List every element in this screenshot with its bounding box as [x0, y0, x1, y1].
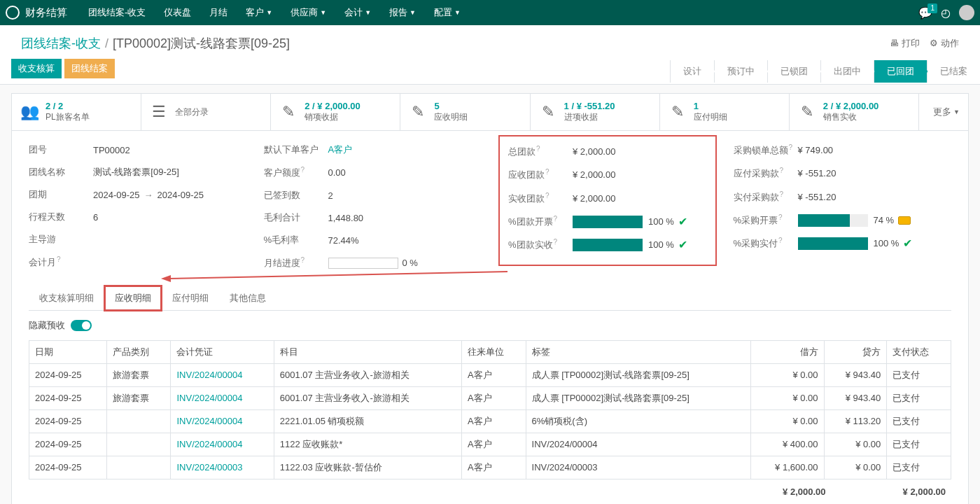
col3-row-3: %团款开票?100 %✔ — [508, 215, 707, 228]
tab-2[interactable]: 应付明细 — [162, 286, 219, 310]
stat-2[interactable]: ✎2 / ¥ 2,000.00销项收据 — [271, 94, 400, 130]
col-header-3[interactable]: 科目 — [274, 340, 461, 363]
menu-item-6[interactable]: 报告▼ — [381, 0, 424, 25]
close-case-button[interactable]: 团线结案 — [64, 59, 115, 78]
caret-down-icon: ▼ — [454, 9, 461, 16]
caret-down-icon: ▼ — [320, 9, 326, 16]
highlight-box: 总团款?¥ 2,000.00应收团款?¥ 2,000.00实收团款?¥ 2,00… — [498, 135, 717, 266]
stat-3[interactable]: ✎5应收明细 — [400, 94, 530, 130]
menu-item-1[interactable]: 仪表盘 — [155, 0, 200, 25]
edit-icon: ✎ — [409, 103, 427, 121]
tab-1[interactable]: 应收明细 — [104, 286, 162, 311]
breadcrumb-root[interactable]: 团线结案-收支 — [21, 35, 101, 52]
col-header-0[interactable]: 日期 — [29, 340, 107, 363]
page-header: 团线结案-收支 / [TP00002]测试-线路套票[09-25] 🖶打印 ⚙动… — [0, 25, 980, 59]
menu-item-4[interactable]: 供应商▼ — [282, 0, 335, 25]
progress-bar — [573, 216, 643, 228]
app-brand: 财务结算 — [25, 6, 67, 20]
col-header-5[interactable]: 标签 — [526, 340, 751, 363]
menu-item-7[interactable]: 配置▼ — [426, 0, 469, 25]
caret-down-icon: ▼ — [410, 9, 416, 16]
stat-buttons: 👥2 / 2PL旅客名单☰全部分录✎2 / ¥ 2,000.00销项收据✎5应收… — [11, 93, 969, 131]
stage-5[interactable]: 已结案 — [927, 60, 980, 83]
form-col-1: 团号TP00002团线名称测试-线路套票[09-25]团期2024-09-25→… — [29, 144, 247, 280]
form-col-4: 采购锁单总额?¥ 749.00应付采购款?¥ -551.20实付采购款?¥ -5… — [734, 144, 952, 280]
table-row[interactable]: 2024-09-25INV/2024/000031122.03 应收账款-暂估价… — [29, 456, 951, 479]
edit-icon: ✎ — [668, 103, 687, 121]
col-header-7[interactable]: 贷方 — [824, 340, 887, 363]
voucher-link[interactable]: INV/2024/00004 — [176, 393, 242, 403]
col-header-8[interactable]: 支付状态 — [887, 340, 951, 363]
hide-prepay-label: 隐藏预收 — [29, 319, 65, 332]
col1-row-0: 团号TP00002 — [29, 144, 247, 156]
menu-item-0[interactable]: 团线结案-收支 — [80, 0, 154, 25]
col-header-2[interactable]: 会计凭证 — [171, 340, 274, 363]
menu-item-2[interactable]: 月结 — [201, 0, 236, 25]
edit-icon: ✎ — [279, 103, 298, 121]
stat-5[interactable]: ✎1应付明细 — [660, 94, 790, 130]
stage-3[interactable]: 出团中 — [820, 60, 874, 83]
total-credit: ¥ 2,000.00 — [903, 486, 946, 497]
col1-row-3: 行程天数6 — [29, 211, 247, 223]
stage-0[interactable]: 设计 — [670, 60, 714, 83]
table-row[interactable]: 2024-09-25INV/2024/000041122 应收账款*A客户INV… — [29, 433, 951, 456]
total-debit: ¥ 2,000.00 — [783, 486, 825, 497]
stat-4[interactable]: ✎1 / ¥ -551.20进项收据 — [531, 94, 660, 130]
print-icon: 🖶 — [890, 38, 899, 48]
arrow-right-icon: → — [144, 190, 153, 200]
voucher-link[interactable]: INV/2024/00004 — [176, 439, 242, 449]
stage-1[interactable]: 预订中 — [714, 60, 767, 83]
voucher-link[interactable]: INV/2024/00004 — [176, 416, 242, 426]
receivables-table: 日期产品类别会计凭证科目往来单位标签借方贷方支付状态 2024-09-25旅游套… — [29, 340, 951, 479]
col3-row-0: 总团款?¥ 2,000.00 — [508, 145, 707, 158]
messages-badge: 1 — [927, 4, 937, 13]
stat-0[interactable]: 👥2 / 2PL旅客名单 — [12, 94, 141, 130]
voucher-link[interactable]: INV/2024/00003 — [176, 462, 242, 472]
col1-row-1: 团线名称测试-线路套票[09-25] — [29, 166, 247, 178]
table-row[interactable]: 2024-09-25旅游套票INV/2024/000046001.07 主营业务… — [29, 363, 951, 386]
top-menu: 团线结案-收支 仪表盘 月结 客户▼ 供应商▼ 会计▼ 报告▼ 配置▼ — [80, 0, 918, 25]
col3-row-1: 应收团款?¥ 2,000.00 — [508, 168, 707, 181]
breadcrumb-sep: / — [105, 36, 108, 51]
stat-1[interactable]: ☰全部分录 — [141, 94, 271, 130]
table-row[interactable]: 2024-09-25INV/2024/000042221.01.05 销项税额A… — [29, 410, 951, 433]
top-navbar: 财务结算 团线结案-收支 仪表盘 月结 客户▼ 供应商▼ 会计▼ 报告▼ 配置▼… — [0, 0, 980, 25]
stage-4[interactable]: 已回团 — [874, 60, 927, 83]
caret-down-icon: ▼ — [266, 9, 272, 16]
table-row[interactable]: 2024-09-25旅游套票INV/2024/000046001.07 主营业务… — [29, 386, 951, 410]
voucher-link[interactable]: INV/2024/00004 — [176, 370, 242, 380]
progress-bar — [798, 214, 868, 227]
people-icon: 👥 — [20, 103, 38, 121]
gear-icon: ⚙ — [930, 38, 938, 48]
receivables-table-wrap: 日期产品类别会计凭证科目往来单位标签借方贷方支付状态 2024-09-25旅游套… — [11, 340, 969, 504]
hide-prepay-toggle[interactable] — [71, 320, 92, 331]
tab-3[interactable]: 其他信息 — [219, 286, 276, 310]
actions-button[interactable]: ⚙动作 — [930, 37, 959, 50]
stage-2[interactable]: 已锁团 — [767, 60, 820, 83]
check-icon: ✔ — [678, 215, 687, 228]
col2-row-0: 默认下单客户A客户 — [264, 144, 482, 156]
col4-row-1: 应付采购款?¥ -551.20 — [734, 167, 952, 180]
form-col-3: 总团款?¥ 2,000.00应收团款?¥ 2,000.00实收团款?¥ 2,00… — [498, 144, 717, 280]
menu-item-5[interactable]: 会计▼ — [336, 0, 379, 25]
stat-6[interactable]: ✎2 / ¥ 2,000.00销售实收 — [790, 94, 919, 130]
col2-row-5: 月结进度?0 % — [264, 256, 482, 270]
recalc-button[interactable]: 收支核算 — [11, 59, 62, 78]
col-header-1[interactable]: 产品类别 — [106, 340, 171, 363]
stage-row: 收支核算 团线结案 设计预订中已锁团出团中已回团已结案 — [0, 59, 980, 85]
page-title: [TP00002]测试-线路套票[09-25] — [113, 35, 290, 52]
tab-0[interactable]: 收支核算明细 — [29, 286, 104, 310]
tabs: 收支核算明细应收明细应付明细其他信息 — [29, 286, 951, 311]
stat-more[interactable]: 更多▼ — [919, 94, 968, 130]
col-header-4[interactable]: 往来单位 — [461, 340, 526, 363]
user-avatar[interactable] — [959, 5, 974, 20]
print-button[interactable]: 🖶打印 — [890, 37, 920, 50]
menu-item-3[interactable]: 客户▼ — [237, 0, 281, 25]
messages-icon[interactable]: 💬1 — [918, 6, 932, 20]
col-header-6[interactable]: 借方 — [751, 340, 824, 363]
col4-row-0: 采购锁单总额?¥ 749.00 — [734, 144, 952, 157]
col2-row-3: 毛利合计1,448.80 — [264, 211, 482, 224]
clock-icon[interactable]: ◴ — [941, 6, 951, 20]
progress-bar — [798, 237, 868, 250]
caret-down-icon: ▼ — [953, 108, 960, 115]
